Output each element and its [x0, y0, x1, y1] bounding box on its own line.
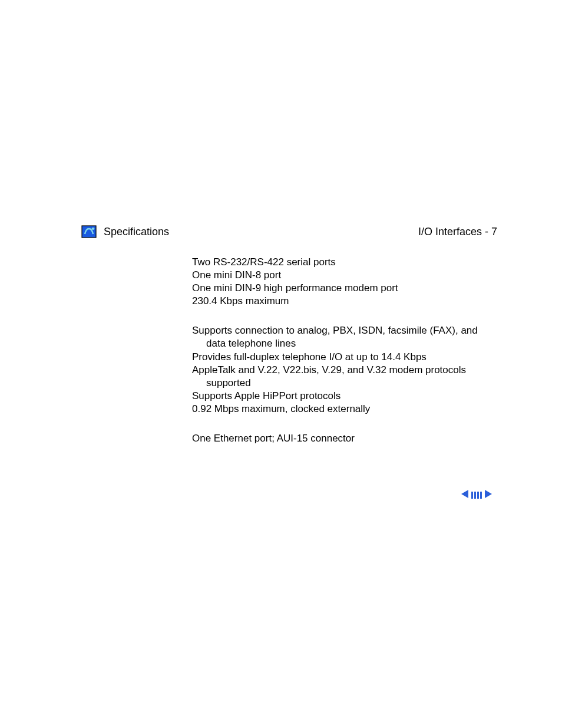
section-title: Specifications: [104, 226, 169, 238]
spec-line: Supports Apple HiPPort protocols: [192, 390, 497, 403]
body-content: Two RS-232/RS-422 serial ports One mini …: [192, 256, 497, 445]
spec-line: One mini DIN-9 high performance modem po…: [192, 282, 497, 295]
spec-line: One mini DIN-8 port: [192, 269, 497, 282]
spec-line: 0.92 Mbps maximum, clocked externally: [192, 403, 497, 416]
page-nav: [461, 489, 492, 501]
svg-rect-0: [82, 226, 96, 238]
spec-line: One Ethernet port; AUI-15 connector: [192, 432, 497, 445]
spec-block-ethernet: One Ethernet port; AUI-15 connector: [192, 432, 497, 445]
spec-line: Two RS-232/RS-422 serial ports: [192, 256, 497, 269]
svg-point-1: [92, 228, 95, 230]
spec-block-serial: Two RS-232/RS-422 serial ports One mini …: [192, 256, 497, 308]
spec-line: Provides full-duplex telephone I/O at up…: [192, 351, 497, 364]
spec-line: 230.4 Kbps maximum: [192, 295, 497, 308]
spec-line: Supports connection to analog, PBX, ISDN…: [192, 324, 497, 350]
document-icon: [81, 225, 98, 238]
page-header: Specifications I/O Interfaces - 7: [81, 225, 497, 238]
spec-line: AppleTalk and V.22, V22.bis, V.29, and V…: [192, 364, 497, 390]
page-location: I/O Interfaces - 7: [418, 226, 497, 238]
nav-index-icon[interactable]: [470, 492, 483, 499]
next-page-button[interactable]: [484, 489, 492, 501]
prev-page-button[interactable]: [461, 489, 469, 501]
spec-block-modem: Supports connection to analog, PBX, ISDN…: [192, 324, 497, 416]
